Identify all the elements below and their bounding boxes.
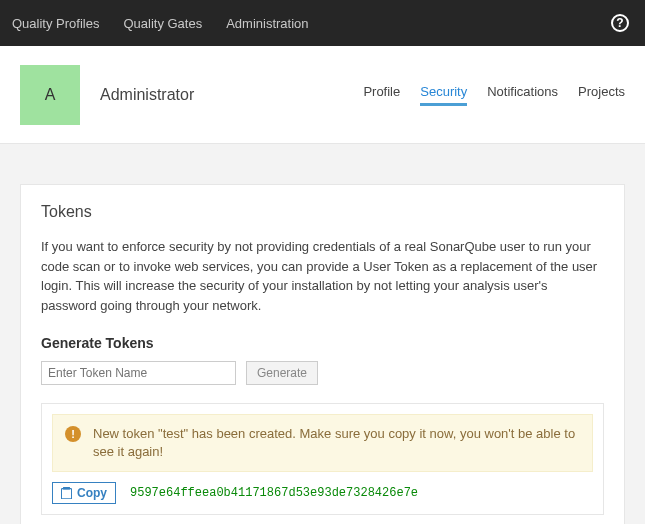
token-row: Copy 9597e64ffeea0b41171867d53e93de73284… [52,482,593,504]
generate-row: Generate [41,361,604,385]
top-nav: Quality Profiles Quality Gates Administr… [0,0,645,46]
nav-quality-gates[interactable]: Quality Gates [111,16,214,31]
tab-security[interactable]: Security [420,84,467,106]
tokens-card: Tokens If you want to enforce security b… [20,184,625,524]
token-result-box: ! New token "test" has been created. Mak… [41,403,604,515]
generate-button[interactable]: Generate [246,361,318,385]
nav-administration[interactable]: Administration [214,16,320,31]
warning-icon: ! [65,426,81,442]
nav-quality-profiles[interactable]: Quality Profiles [0,16,111,31]
tab-notifications[interactable]: Notifications [487,84,558,106]
content-area: Tokens If you want to enforce security b… [0,144,645,524]
token-value: 9597e64ffeea0b41171867d53e93de7328426e7e [130,486,418,500]
generate-heading: Generate Tokens [41,335,604,351]
clipboard-icon [61,487,72,499]
tab-profile[interactable]: Profile [363,84,400,106]
alert-text: New token "test" has been created. Make … [93,425,580,461]
svg-rect-1 [61,489,71,499]
avatar: A [20,65,80,125]
help-icon[interactable]: ? [611,14,629,32]
token-created-alert: ! New token "test" has been created. Mak… [52,414,593,472]
copy-button-label: Copy [77,486,107,500]
username-label: Administrator [100,86,194,104]
card-description: If you want to enforce security by not p… [41,237,604,315]
account-tabs: Profile Security Notifications Projects [363,84,625,106]
copy-button[interactable]: Copy [52,482,116,504]
token-name-input[interactable] [41,361,236,385]
tab-projects[interactable]: Projects [578,84,625,106]
account-header: A Administrator Profile Security Notific… [0,46,645,144]
card-title: Tokens [41,203,604,221]
